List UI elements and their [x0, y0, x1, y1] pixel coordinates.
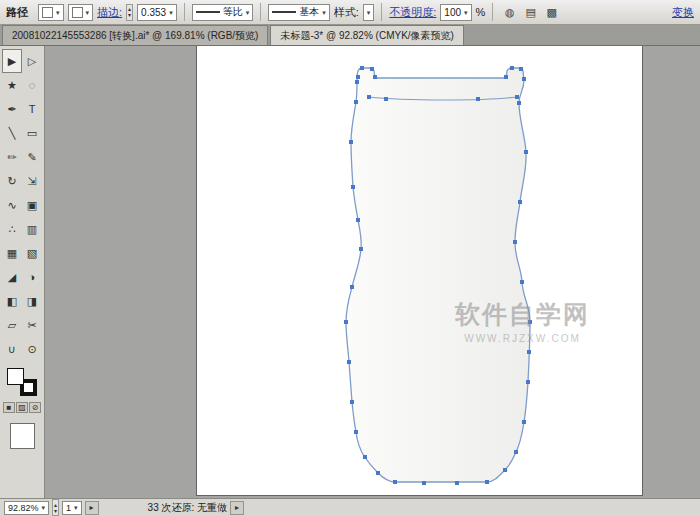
pen-tool[interactable]: ✒: [2, 97, 22, 121]
anchor-point[interactable]: [355, 80, 359, 84]
next-artboard-button[interactable]: ▸: [85, 501, 99, 515]
symbol-sprayer-tool[interactable]: ∴: [2, 217, 22, 241]
zoom-level-combo[interactable]: 92.82% ▾: [4, 501, 49, 515]
transform-panel-link[interactable]: 变换: [672, 5, 694, 20]
anchor-point[interactable]: [513, 240, 517, 244]
anchor-point[interactable]: [347, 360, 351, 364]
zoom-tool[interactable]: ⊙: [22, 337, 42, 361]
anchor-point[interactable]: [517, 101, 521, 105]
anchor-point[interactable]: [522, 420, 526, 424]
workspace: ▶▷★◌✒T╲▭✏✎↻⇲∿▣∴▥▦▧◢◑◧◨▱✂∪⊙ ■▨⊘: [0, 46, 700, 498]
gradient-tool[interactable]: ▧: [22, 241, 42, 265]
fill-proxy-swatch[interactable]: [7, 368, 24, 385]
anchor-point[interactable]: [376, 471, 380, 475]
width-profile-dropdown[interactable]: 等比 ▾: [192, 4, 254, 21]
warp-tool[interactable]: ∿: [2, 193, 22, 217]
color-mode-button[interactable]: ■: [3, 402, 15, 413]
anchor-point[interactable]: [514, 450, 518, 454]
magic-wand-tool[interactable]: ★: [2, 73, 22, 97]
anchor-point[interactable]: [356, 75, 360, 79]
document-tab-2-title: 未标题-3* @ 92.82% (CMYK/像素预览): [280, 29, 454, 43]
anchor-point[interactable]: [422, 481, 426, 485]
anchor-point[interactable]: [510, 66, 514, 70]
anchor-point[interactable]: [344, 320, 348, 324]
pencil-tool[interactable]: ✎: [22, 145, 42, 169]
style-dropdown[interactable]: ▾: [363, 4, 375, 21]
bottle-outline-path[interactable]: [346, 68, 530, 482]
scissors-tool[interactable]: ✂: [22, 313, 42, 337]
anchor-point[interactable]: [349, 140, 353, 144]
anchor-point[interactable]: [354, 100, 358, 104]
current-color-swatch[interactable]: [10, 423, 35, 449]
stroke-panel-link[interactable]: 描边:: [97, 5, 122, 20]
anchor-point[interactable]: [526, 380, 530, 384]
blend-tool[interactable]: ◑: [22, 265, 42, 289]
fill-color-dropdown[interactable]: ▾: [38, 4, 64, 21]
anchor-point[interactable]: [350, 400, 354, 404]
lasso-tool[interactable]: ◌: [22, 73, 42, 97]
anchor-point[interactable]: [363, 455, 367, 459]
anchor-point[interactable]: [359, 247, 363, 251]
anchor-point[interactable]: [528, 320, 532, 324]
anchor-point[interactable]: [518, 200, 522, 204]
rectangle-tool[interactable]: ▭: [22, 121, 42, 145]
anchor-point[interactable]: [503, 468, 507, 472]
gradient-mode-button[interactable]: ▨: [16, 402, 28, 413]
anchor-point[interactable]: [504, 75, 508, 79]
slice-tool[interactable]: ▱: [2, 313, 22, 337]
anchor-point[interactable]: [522, 77, 526, 81]
align-panel-icon[interactable]: ▤: [521, 3, 540, 21]
anchor-point[interactable]: [485, 480, 489, 484]
rotate-tool[interactable]: ↻: [2, 169, 22, 193]
paintbrush-tool[interactable]: ✏: [2, 145, 22, 169]
opacity-panel-link[interactable]: 不透明度:: [389, 5, 436, 20]
fill-stroke-proxy[interactable]: [7, 368, 37, 396]
type-tool[interactable]: T: [22, 97, 42, 121]
anchor-point[interactable]: [354, 430, 358, 434]
recolor-artwork-icon[interactable]: ◍: [500, 3, 519, 21]
opacity-combo[interactable]: 100 ▾: [440, 4, 471, 21]
tools-panel: ▶▷★◌✒T╲▭✏✎↻⇲∿▣∴▥▦▧◢◑◧◨▱✂∪⊙ ■▨⊘: [0, 46, 45, 498]
document-tab-1[interactable]: 20081022145553286 [转换].ai* @ 169.81% (RG…: [2, 25, 268, 45]
more-options-icon[interactable]: ▩: [542, 3, 561, 21]
status-menu-button[interactable]: ▸: [230, 501, 244, 515]
anchor-point[interactable]: [520, 280, 524, 284]
anchor-point[interactable]: [373, 75, 377, 79]
anchor-point[interactable]: [527, 350, 531, 354]
scale-tool[interactable]: ⇲: [22, 169, 42, 193]
mesh-tool[interactable]: ▦: [2, 241, 22, 265]
hand-tool[interactable]: ∪: [2, 337, 22, 361]
brush-definition-dropdown[interactable]: 基本 ▾: [268, 4, 330, 21]
free-transform-tool[interactable]: ▣: [22, 193, 42, 217]
anchor-point[interactable]: [384, 97, 388, 101]
document-tab-2[interactable]: 未标题-3* @ 92.82% (CMYK/像素预览): [270, 25, 464, 45]
line-segment-tool[interactable]: ╲: [2, 121, 22, 145]
selection-tool[interactable]: ▶: [2, 49, 22, 73]
anchor-point[interactable]: [515, 95, 519, 99]
none-mode-button[interactable]: ⊘: [29, 402, 41, 413]
eyedropper-tool[interactable]: ◢: [2, 265, 22, 289]
stroke-weight-value: 0.353: [141, 7, 166, 18]
illustrator-window: 路径 ▾ ▾ 描边: ▴▾ 0.353 ▾ 等比 ▾ 基本 ▾ 样式:: [0, 0, 700, 516]
direct-selection-tool[interactable]: ▷: [22, 49, 42, 73]
anchor-point[interactable]: [350, 285, 354, 289]
stroke-weight-combo[interactable]: 0.353 ▾: [137, 4, 177, 21]
anchor-point[interactable]: [524, 150, 528, 154]
live-paint-selection-tool[interactable]: ◨: [22, 289, 42, 313]
artboard-number-combo[interactable]: 1 ▾: [62, 501, 82, 515]
anchor-point[interactable]: [367, 95, 371, 99]
anchor-point[interactable]: [370, 67, 374, 71]
stroke-weight-spinner[interactable]: ▴▾: [126, 4, 133, 21]
live-paint-bucket-tool[interactable]: ◧: [2, 289, 22, 313]
anchor-point[interactable]: [476, 97, 480, 101]
canvas-area[interactable]: 软件自学网 WWW.RJZXW.COM: [45, 46, 700, 498]
artboard-nav-spinner[interactable]: ▴▾: [52, 499, 59, 516]
anchor-point[interactable]: [356, 218, 360, 222]
anchor-point[interactable]: [455, 481, 459, 485]
stroke-color-dropdown[interactable]: ▾: [68, 4, 94, 21]
anchor-point[interactable]: [360, 66, 364, 70]
anchor-point[interactable]: [393, 480, 397, 484]
anchor-point[interactable]: [351, 185, 355, 189]
anchor-point[interactable]: [519, 67, 523, 71]
graph-tool[interactable]: ▥: [22, 217, 42, 241]
